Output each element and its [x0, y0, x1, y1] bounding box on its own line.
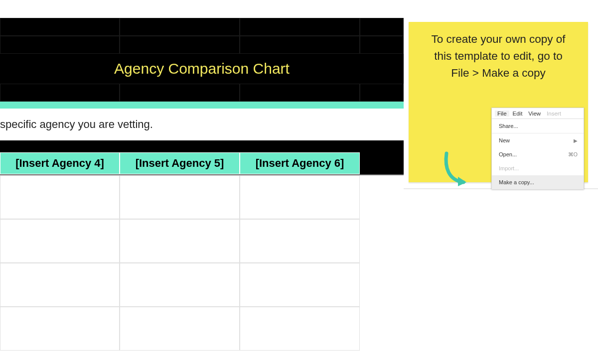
data-cell[interactable]: [240, 307, 360, 351]
instruction-callout: To create your own copy of this template…: [409, 22, 588, 182]
menu-body: Share... New ▶ Open... ⌘O Import... Make…: [492, 119, 584, 189]
header-cell-blank[interactable]: [360, 36, 404, 54]
menu-import-label: Import...: [499, 165, 519, 171]
header-cell-blank[interactable]: [240, 18, 360, 36]
menu-item-make-a-copy[interactable]: Make a copy...: [492, 175, 584, 189]
callout-line-1: To create your own copy of: [432, 33, 566, 45]
header-cell-blank[interactable]: [360, 84, 404, 102]
menu-tab-edit-label: Edit: [513, 111, 523, 117]
agency-header-row: [Insert Agency 4] [Insert Agency 5] [Ins…: [0, 152, 404, 174]
file-menu-screenshot: File Edit View Insert Share... New ▶ Ope…: [491, 108, 584, 189]
menu-tab-edit[interactable]: Edit: [510, 111, 525, 117]
agency-header-4[interactable]: [Insert Agency 4]: [0, 152, 120, 174]
arrow-icon: [442, 150, 469, 187]
header-cell-blank[interactable]: [0, 18, 120, 36]
data-grid: [0, 175, 404, 351]
accent-bar: [0, 102, 404, 109]
table-row: [0, 307, 404, 351]
data-cell[interactable]: [240, 263, 360, 307]
page-title: Agency Comparison Chart: [0, 54, 404, 84]
header-remainder: [360, 152, 404, 174]
menu-tab-bar: File Edit View Insert: [492, 108, 584, 119]
menu-tab-file-label: File: [497, 111, 507, 117]
agency-header-5[interactable]: [Insert Agency 5]: [120, 152, 240, 174]
spreadsheet-viewport: Agency Comparison Chart specific agency …: [0, 18, 404, 351]
header-cell-blank[interactable]: [0, 84, 120, 102]
agency-5-label: [Insert Agency 5]: [136, 157, 224, 170]
callout-line-3: File > Make a copy: [451, 67, 545, 79]
header-cell-blank[interactable]: [120, 84, 240, 102]
callout-text: To create your own copy of this template…: [409, 22, 588, 86]
table-row: [0, 175, 404, 219]
menu-makecopy-label: Make a copy...: [499, 179, 534, 185]
table-row: [0, 219, 404, 263]
menu-tab-file[interactable]: File: [495, 111, 509, 117]
menu-open-label: Open...: [499, 151, 517, 157]
header-cell-blank[interactable]: [120, 36, 240, 54]
header-cell-blank[interactable]: [120, 18, 240, 36]
agency-6-label: [Insert Agency 6]: [256, 157, 344, 170]
agency-header-6[interactable]: [Insert Agency 6]: [240, 152, 360, 174]
menu-item-import: Import...: [492, 161, 584, 175]
menu-item-new[interactable]: New ▶: [492, 133, 584, 147]
menu-open-shortcut: ⌘O: [568, 151, 578, 157]
header-cell-blank[interactable]: [240, 36, 360, 54]
data-cell[interactable]: [240, 219, 360, 263]
menu-item-share[interactable]: Share...: [492, 119, 584, 133]
menu-tab-insert[interactable]: Insert: [544, 111, 564, 117]
data-cell[interactable]: [0, 219, 120, 263]
table-row: [0, 263, 404, 307]
data-cell[interactable]: [0, 175, 120, 219]
menu-share-label: Share...: [499, 123, 518, 129]
data-cell[interactable]: [120, 307, 240, 351]
data-cell[interactable]: [0, 263, 120, 307]
callout-line-2: this template to edit, go to: [434, 50, 563, 62]
agency-4-label: [Insert Agency 4]: [15, 157, 104, 170]
header-region: Agency Comparison Chart: [0, 18, 404, 102]
instruction-row[interactable]: specific agency you are vetting.: [0, 109, 404, 140]
data-cell[interactable]: [240, 175, 360, 219]
header-cell-blank[interactable]: [0, 36, 120, 54]
menu-new-label: New: [499, 137, 510, 143]
data-cell[interactable]: [120, 219, 240, 263]
header-cell-blank[interactable]: [240, 84, 360, 102]
header-cell-blank[interactable]: [360, 18, 404, 36]
data-cell[interactable]: [0, 307, 120, 351]
menu-tab-view[interactable]: View: [526, 111, 543, 117]
data-cell[interactable]: [120, 175, 240, 219]
menu-tab-view-label: View: [528, 111, 541, 117]
submenu-arrow-icon: ▶: [574, 138, 578, 143]
spacer-black: [0, 140, 404, 152]
instruction-text: specific agency you are vetting.: [0, 118, 153, 131]
menu-item-open[interactable]: Open... ⌘O: [492, 147, 584, 161]
data-cell[interactable]: [120, 263, 240, 307]
menu-tab-insert-label: Insert: [547, 111, 561, 117]
